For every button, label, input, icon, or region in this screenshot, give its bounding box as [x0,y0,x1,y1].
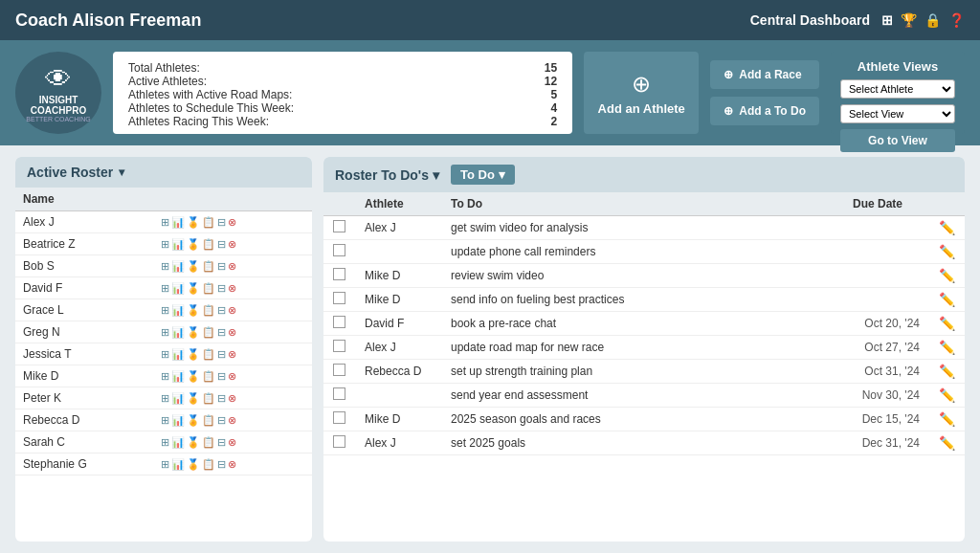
trophy-small-icon[interactable]: 🏅 [187,370,200,383]
adjust-icon[interactable]: ⊟ [217,370,226,383]
chart-icon[interactable]: 📊 [171,370,185,383]
todos-chevron-icon[interactable]: ▾ [433,167,439,183]
chart-icon[interactable]: 📊 [171,304,185,317]
trophy-small-icon[interactable]: 🏅 [187,392,200,405]
chart-icon[interactable]: 📊 [171,392,185,405]
table-row[interactable]: Rebecca D ⊞ 📊 🏅 📋 ⊟ ⊗ [15,409,312,431]
todo-checkbox[interactable] [333,387,345,400]
adjust-icon[interactable]: ⊟ [217,326,226,339]
calendar-icon[interactable]: ⊞ [161,216,169,229]
note-icon[interactable]: 📋 [202,216,215,229]
chart-icon[interactable]: 📊 [171,414,185,427]
table-row[interactable]: Mike D ⊞ 📊 🏅 📋 ⊟ ⊗ [15,365,312,387]
edit-icon[interactable]: ✏️ [939,435,955,451]
chart-icon[interactable]: 📊 [171,282,185,295]
note-icon[interactable]: 📋 [202,392,215,405]
adjust-icon[interactable]: ⊟ [217,238,226,251]
todo-checkbox[interactable] [333,435,345,448]
todo-checkbox[interactable] [333,220,345,232]
note-icon[interactable]: 📋 [202,304,215,317]
adjust-icon[interactable]: ⊟ [217,436,226,449]
calendar-icon[interactable]: ⊞ [161,304,169,317]
table-row[interactable]: Bob S ⊞ 📊 🏅 📋 ⊟ ⊗ [15,255,312,277]
add-race-button[interactable]: ⊕ Add a Race [710,60,819,89]
edit-icon[interactable]: ✏️ [939,220,955,235]
remove-icon[interactable]: ⊗ [228,370,236,383]
note-icon[interactable]: 📋 [202,282,215,295]
todo-checkbox[interactable] [333,364,345,376]
lock-icon[interactable]: 🔒 [924,12,941,28]
trophy-small-icon[interactable]: 🏅 [187,326,200,339]
note-icon[interactable]: 📋 [202,436,215,449]
edit-icon[interactable]: ✏️ [939,340,955,355]
remove-icon[interactable]: ⊗ [228,260,236,273]
todo-checkbox[interactable] [333,340,345,352]
edit-icon[interactable]: ✏️ [939,244,955,259]
table-row[interactable]: Stephanie G ⊞ 📊 🏅 📋 ⊟ ⊗ [15,453,312,476]
trophy-small-icon[interactable]: 🏅 [187,436,200,449]
calendar-icon[interactable]: ⊞ [161,392,169,405]
grid-icon[interactable]: ⊞ [881,12,893,28]
adjust-icon[interactable]: ⊟ [217,304,226,317]
trophy-small-icon[interactable]: 🏅 [187,216,200,229]
trophy-small-icon[interactable]: 🏅 [187,348,200,361]
add-todo-button[interactable]: ⊕ Add a To Do [710,97,819,125]
trophy-icon[interactable]: 🏆 [901,12,917,28]
table-row[interactable]: Sarah C ⊞ 📊 🏅 📋 ⊟ ⊗ [15,431,312,453]
todo-checkbox[interactable] [333,292,345,304]
remove-icon[interactable]: ⊗ [228,436,236,449]
remove-icon[interactable]: ⊗ [228,392,236,405]
chart-icon[interactable]: 📊 [171,458,185,471]
table-row[interactable]: David F ⊞ 📊 🏅 📋 ⊟ ⊗ [15,277,312,299]
remove-icon[interactable]: ⊗ [228,326,236,339]
table-row[interactable]: Grace L ⊞ 📊 🏅 📋 ⊟ ⊗ [15,299,312,321]
remove-icon[interactable]: ⊗ [228,282,236,295]
table-row[interactable]: Peter K ⊞ 📊 🏅 📋 ⊟ ⊗ [15,387,312,409]
adjust-icon[interactable]: ⊟ [217,348,226,361]
table-row[interactable]: Greg N ⊞ 📊 🏅 📋 ⊟ ⊗ [15,321,312,343]
chart-icon[interactable]: 📊 [171,216,185,229]
chart-icon[interactable]: 📊 [171,260,185,273]
note-icon[interactable]: 📋 [202,458,215,471]
note-icon[interactable]: 📋 [202,326,215,339]
remove-icon[interactable]: ⊗ [228,238,236,251]
trophy-small-icon[interactable]: 🏅 [187,238,200,251]
todo-checkbox[interactable] [333,411,345,424]
note-icon[interactable]: 📋 [202,370,215,383]
calendar-icon[interactable]: ⊞ [161,436,169,449]
note-icon[interactable]: 📋 [202,414,215,427]
chart-icon[interactable]: 📊 [171,326,185,339]
calendar-icon[interactable]: ⊞ [161,414,169,427]
roster-chevron-icon[interactable]: ▾ [119,166,124,179]
todo-checkbox[interactable] [333,316,345,328]
trophy-small-icon[interactable]: 🏅 [187,414,200,427]
select-athlete-dropdown[interactable]: Select Athlete [840,79,955,99]
help-icon[interactable]: ❓ [948,12,965,28]
table-row[interactable]: Beatrice Z ⊞ 📊 🏅 📋 ⊟ ⊗ [15,233,312,255]
calendar-icon[interactable]: ⊞ [161,326,169,339]
remove-icon[interactable]: ⊗ [228,348,236,361]
note-icon[interactable]: 📋 [202,238,215,251]
trophy-small-icon[interactable]: 🏅 [187,458,200,471]
adjust-icon[interactable]: ⊟ [217,458,226,471]
edit-icon[interactable]: ✏️ [939,411,955,427]
remove-icon[interactable]: ⊗ [228,304,236,317]
remove-icon[interactable]: ⊗ [228,216,236,229]
note-icon[interactable]: 📋 [202,348,215,361]
adjust-icon[interactable]: ⊟ [217,392,226,405]
adjust-icon[interactable]: ⊟ [217,282,226,295]
todo-checkbox[interactable] [333,244,345,256]
remove-icon[interactable]: ⊗ [228,414,236,427]
calendar-icon[interactable]: ⊞ [161,370,169,383]
add-athlete-box[interactable]: ⊕ Add an Athlete [584,52,699,134]
chart-icon[interactable]: 📊 [171,348,185,361]
calendar-icon[interactable]: ⊞ [161,458,169,471]
calendar-icon[interactable]: ⊞ [161,238,169,251]
note-icon[interactable]: 📋 [202,260,215,273]
edit-icon[interactable]: ✏️ [939,364,955,379]
calendar-icon[interactable]: ⊞ [161,348,169,361]
edit-icon[interactable]: ✏️ [939,387,955,403]
adjust-icon[interactable]: ⊟ [217,260,226,273]
trophy-small-icon[interactable]: 🏅 [187,304,200,317]
calendar-icon[interactable]: ⊞ [161,282,169,295]
